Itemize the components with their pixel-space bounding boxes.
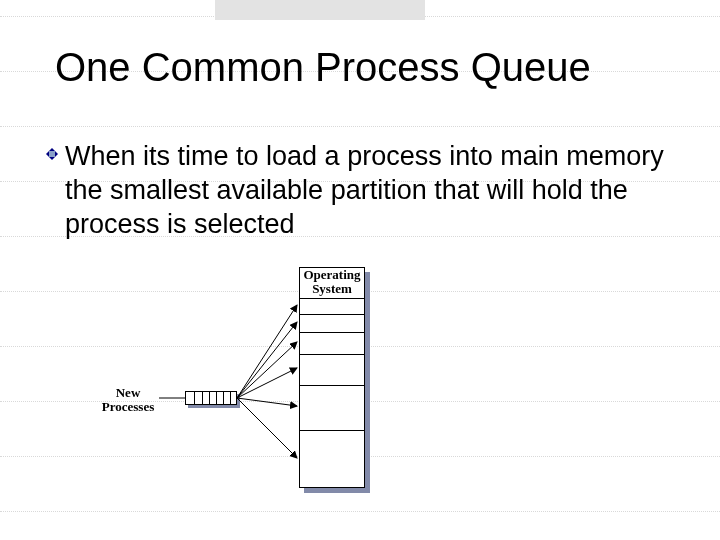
svg-line-5 [237, 322, 297, 398]
memory-row-divider [300, 385, 364, 386]
operating-system-label: OperatingSystem [300, 268, 364, 295]
memory-row-divider [300, 430, 364, 431]
memory-row-divider [300, 314, 364, 315]
queue-box [185, 391, 237, 405]
svg-line-7 [237, 368, 297, 398]
new-processes-label: NewProcesses [96, 386, 160, 415]
svg-line-9 [237, 398, 297, 458]
process-queue-diagram: NewProcesses OperatingSystem [0, 0, 720, 540]
memory-row-divider [300, 354, 364, 355]
memory-row-divider [300, 332, 364, 333]
svg-line-8 [237, 398, 297, 406]
memory-row-divider [300, 298, 364, 299]
memory-table [299, 267, 365, 488]
svg-line-6 [237, 342, 297, 398]
svg-line-4 [237, 305, 297, 398]
